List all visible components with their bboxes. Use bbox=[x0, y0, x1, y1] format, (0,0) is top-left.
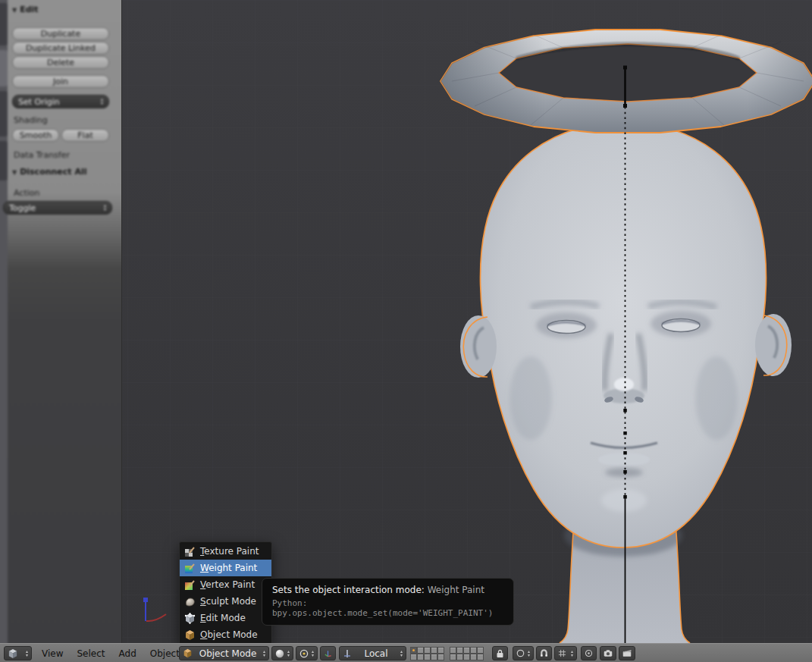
mode-dropdown[interactable]: Object Mode ▴▾ bbox=[179, 646, 269, 660]
action-label: Action bbox=[14, 188, 39, 198]
layers-group-1 bbox=[410, 647, 444, 660]
opengl-render-anim-button[interactable] bbox=[619, 646, 635, 660]
chevron-up-down-icon: ▴▾ bbox=[312, 650, 314, 657]
data-transfer-label[interactable]: Data Transfer bbox=[14, 150, 70, 160]
join-button[interactable]: Join bbox=[12, 75, 109, 88]
right-ear bbox=[755, 314, 792, 376]
edit-mode-icon bbox=[184, 613, 196, 624]
sculpt-mode-icon bbox=[184, 596, 196, 607]
layer-cell[interactable] bbox=[437, 647, 444, 654]
layers-group-2 bbox=[450, 647, 484, 660]
halo-torus[interactable] bbox=[440, 30, 812, 133]
render-camera-icon bbox=[604, 649, 613, 657]
set-origin-dropdown[interactable]: Set Origin ▴▾ bbox=[12, 95, 109, 108]
menu-item-sculpt-mode[interactable]: Sculpt Mode bbox=[180, 593, 271, 610]
opengl-render-still-button[interactable] bbox=[600, 646, 616, 660]
proportional-edit-dropdown[interactable]: ▴▾ bbox=[513, 646, 534, 660]
collapse-triangle-icon: ▼ bbox=[12, 7, 17, 14]
collapse-triangle-icon: ▼ bbox=[12, 169, 17, 176]
menu-item-texture-paint[interactable]: Texture Paint bbox=[180, 543, 271, 560]
menu-item-weight-paint[interactable]: Weight Paint bbox=[180, 560, 271, 576]
second-panel-header[interactable]: ▼Disconnect All bbox=[12, 167, 86, 177]
tooltip: Sets the object interaction mode: Weight… bbox=[262, 578, 514, 626]
select-menu[interactable]: Select bbox=[70, 648, 111, 659]
chevron-up-down-icon: ▴▾ bbox=[571, 650, 573, 657]
duplicate-linked-button[interactable]: Duplicate Linked bbox=[12, 42, 109, 55]
texture-paint-icon bbox=[184, 546, 196, 557]
viewport-header: ▴▾ View Select Add Object Object Mode ▴▾ bbox=[0, 643, 812, 662]
pivot-point-icon bbox=[299, 649, 309, 658]
layer-cell[interactable] bbox=[450, 654, 456, 660]
chevron-up-down-icon: ▴▾ bbox=[400, 650, 403, 657]
snap-element-dropdown[interactable]: ▴▾ bbox=[554, 646, 577, 660]
chevron-up-down-icon: ▴▾ bbox=[528, 650, 530, 657]
snap-grid-icon bbox=[558, 649, 566, 657]
layer-cell[interactable] bbox=[417, 654, 424, 660]
3d-view-editor-icon bbox=[8, 648, 18, 659]
left-ear bbox=[460, 315, 497, 378]
header-menus: View Select Add Object bbox=[35, 644, 187, 662]
layer-cell[interactable] bbox=[470, 647, 477, 654]
menu-item-object-mode[interactable]: Object Mode bbox=[180, 626, 271, 643]
layer-cell[interactable] bbox=[456, 647, 463, 654]
snap-toggle-button[interactable] bbox=[536, 646, 552, 660]
layer-cell[interactable] bbox=[417, 647, 424, 654]
layer-cell[interactable] bbox=[463, 647, 470, 654]
lock-icon bbox=[496, 649, 504, 658]
layer-cell[interactable] bbox=[431, 647, 437, 654]
transform-orientation-dropdown[interactable]: Local ▴▾ bbox=[339, 646, 406, 660]
clapperboard-icon bbox=[622, 649, 632, 657]
snap-target-button[interactable] bbox=[581, 646, 597, 660]
layer-cell[interactable] bbox=[470, 654, 477, 660]
shading-label: Shading bbox=[14, 115, 48, 125]
duplicate-button[interactable]: Duplicate bbox=[12, 27, 109, 40]
vertex-paint-icon bbox=[184, 579, 196, 591]
layer-cell[interactable] bbox=[463, 654, 470, 660]
chevron-up-down-icon: ▴▾ bbox=[104, 204, 106, 212]
delete-button[interactable]: Delete bbox=[12, 56, 109, 69]
manipulator-toggle-button[interactable] bbox=[320, 646, 336, 660]
editor-type-button[interactable]: ▴▾ bbox=[4, 646, 32, 660]
chevron-up-down-icon: ▴▾ bbox=[263, 650, 265, 657]
add-menu[interactable]: Add bbox=[112, 648, 143, 659]
layer-cell[interactable] bbox=[456, 654, 463, 660]
shade-smooth-button[interactable]: Smooth bbox=[12, 129, 59, 142]
layer-cell[interactable] bbox=[431, 654, 437, 660]
toggle-dropdown[interactable]: Toggle ▴▾ bbox=[3, 201, 112, 215]
edit-panel-header[interactable]: ▼Edit bbox=[12, 5, 39, 14]
chevron-up-down-icon: ▴▾ bbox=[287, 650, 290, 657]
tooltip-text: Sets the object interaction mode: Weight… bbox=[272, 585, 503, 595]
layer-cell[interactable] bbox=[424, 647, 431, 654]
tool-shelf: ▼Edit Duplicate Duplicate Linked Delete … bbox=[0, 0, 122, 643]
orientation-axis-icon bbox=[343, 649, 352, 658]
layer-cell[interactable] bbox=[477, 654, 484, 660]
menu-item-edit-mode[interactable]: Edit Mode bbox=[180, 610, 271, 626]
layer-cell[interactable] bbox=[477, 647, 484, 654]
layer-cell[interactable] bbox=[424, 654, 431, 660]
snap-target-icon bbox=[585, 649, 593, 657]
mode-select-menu: Texture Paint Weight Paint Vertex Paint bbox=[179, 541, 272, 645]
magnet-icon bbox=[540, 649, 548, 657]
shading-sphere-icon bbox=[275, 649, 284, 658]
layer-cell[interactable] bbox=[410, 654, 417, 660]
object-mode-icon bbox=[183, 648, 193, 658]
manipulator-icon bbox=[324, 649, 332, 658]
chevron-up-down-icon: ▴▾ bbox=[101, 98, 103, 105]
viewport-shading-dropdown[interactable]: ▴▾ bbox=[271, 646, 293, 660]
view-menu[interactable]: View bbox=[35, 648, 70, 659]
menu-item-vertex-paint[interactable]: Vertex Paint bbox=[180, 576, 271, 593]
chevron-up-down-icon: ▴▾ bbox=[26, 650, 28, 657]
tool-shelf-tabs[interactable] bbox=[0, 0, 8, 643]
layer-cell[interactable] bbox=[410, 647, 417, 654]
tooltip-python: Python: bpy.ops.object.mode_set(mode='WE… bbox=[272, 598, 503, 618]
weight-paint-icon bbox=[184, 563, 196, 574]
shade-flat-button[interactable]: Flat bbox=[61, 129, 109, 142]
layer-cell[interactable] bbox=[450, 647, 456, 654]
lock-to-scene-button[interactable] bbox=[492, 646, 508, 660]
pivot-center-dropdown[interactable]: ▴▾ bbox=[296, 646, 318, 660]
blender-window: ▼Edit Duplicate Duplicate Linked Delete … bbox=[0, 0, 812, 662]
proportional-edit-icon bbox=[516, 649, 525, 657]
object-mode-icon bbox=[184, 629, 196, 641]
layer-cell[interactable] bbox=[437, 654, 444, 660]
